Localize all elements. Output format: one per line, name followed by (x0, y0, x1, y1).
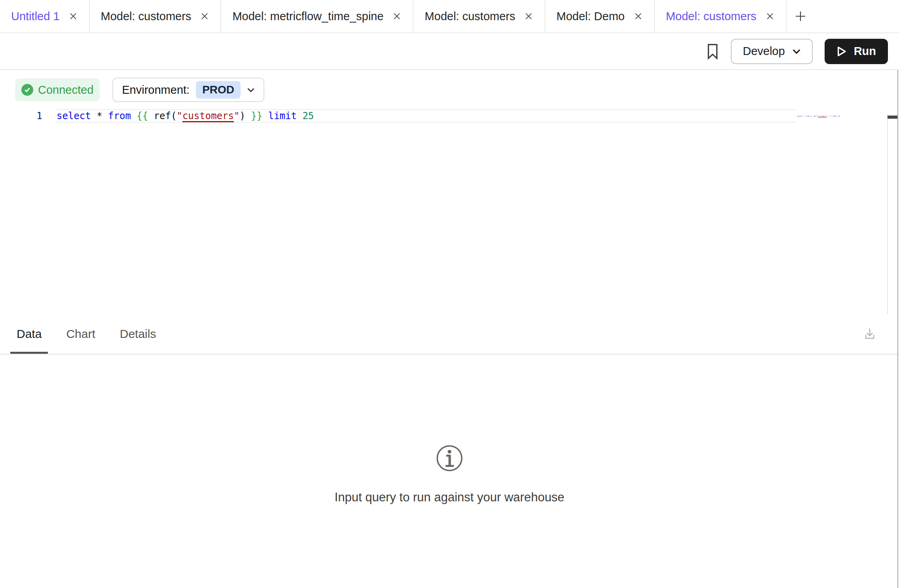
line-number: 1 (0, 109, 57, 123)
code-line-content[interactable]: select * from {{ ref("customers") }} lim… (57, 109, 796, 123)
editor-tab[interactable]: Model: customers (655, 0, 787, 32)
editor-panel: Connected Environment: PROD 1 select * f… (0, 78, 899, 314)
close-tab-icon[interactable] (633, 11, 643, 21)
connection-status-badge: Connected (15, 78, 100, 101)
code-editor[interactable]: 1 select * from {{ ref("customers") }} l… (0, 109, 899, 314)
close-tab-icon[interactable] (68, 11, 78, 21)
editor-scrollbar-track[interactable] (887, 114, 888, 314)
run-button-label: Run (854, 45, 876, 58)
tab-label: Model: customers (101, 10, 192, 23)
results-tab-label: Data (17, 327, 42, 341)
close-tab-icon[interactable] (200, 11, 209, 21)
results-tab-bar: Data Chart Details (0, 314, 899, 355)
results-tab-label: Chart (66, 327, 95, 341)
tab-label: Untitled 1 (11, 10, 60, 23)
code-line: 1 select * from {{ ref("customers") }} l… (0, 109, 899, 123)
tab-label: Model: Demo (556, 10, 624, 23)
environment-selector[interactable]: Environment: PROD (112, 78, 264, 102)
bookmark-icon (706, 43, 719, 60)
close-tab-icon[interactable] (392, 11, 402, 21)
tab-label: Model: customers (666, 10, 757, 23)
plus-icon (794, 10, 807, 23)
bookmark-button[interactable] (706, 43, 719, 60)
results-tab[interactable]: Details (118, 314, 158, 354)
connection-status-label: Connected (38, 83, 93, 97)
download-icon (862, 326, 878, 341)
info-icon (436, 444, 463, 474)
tab-label: Model: customers (425, 10, 515, 23)
editor-tab[interactable]: Untitled 1 (0, 0, 90, 32)
editor-tab[interactable]: Model: metricflow_time_spine (221, 0, 413, 32)
close-tab-icon[interactable] (524, 11, 533, 21)
results-tab-label: Details (120, 327, 156, 341)
run-button[interactable]: Run (825, 39, 888, 64)
develop-button-label: Develop (743, 45, 785, 58)
chevron-down-icon (247, 87, 255, 93)
editor-scrollbar-thumb[interactable] (888, 116, 898, 119)
close-tab-icon[interactable] (765, 11, 775, 21)
editor-tab[interactable]: Model: Demo (545, 0, 654, 32)
environment-label: Environment: (122, 83, 190, 97)
tab-bar: Untitled 1 Model: customers Model: metri… (0, 0, 899, 33)
results-tab[interactable]: Data (15, 314, 43, 354)
develop-button[interactable]: Develop (731, 39, 812, 64)
tab-label: Model: metricflow_time_spine (232, 10, 383, 23)
download-button[interactable] (862, 326, 878, 343)
window-right-edge (897, 70, 898, 588)
new-tab-button[interactable] (787, 0, 814, 32)
play-icon (836, 46, 847, 57)
editor-minimap[interactable]: select * from {{ ref("customers") }} lim… (797, 115, 876, 118)
results-tab[interactable]: Chart (64, 314, 97, 354)
editor-tab[interactable]: Model: customers (413, 0, 545, 32)
check-circle-icon (21, 84, 33, 96)
results-empty-state: Input query to run against your warehous… (0, 355, 899, 588)
chevron-down-icon (792, 49, 801, 54)
minimap-line: select * from {{ ref("customers") }} lim… (797, 115, 876, 118)
environment-value-badge: PROD (196, 81, 241, 99)
toolbar: Develop Run (0, 33, 899, 70)
empty-state-message: Input query to run against your warehous… (335, 490, 565, 505)
editor-tab[interactable]: Model: customers (90, 0, 222, 32)
status-row: Connected Environment: PROD (15, 78, 899, 101)
